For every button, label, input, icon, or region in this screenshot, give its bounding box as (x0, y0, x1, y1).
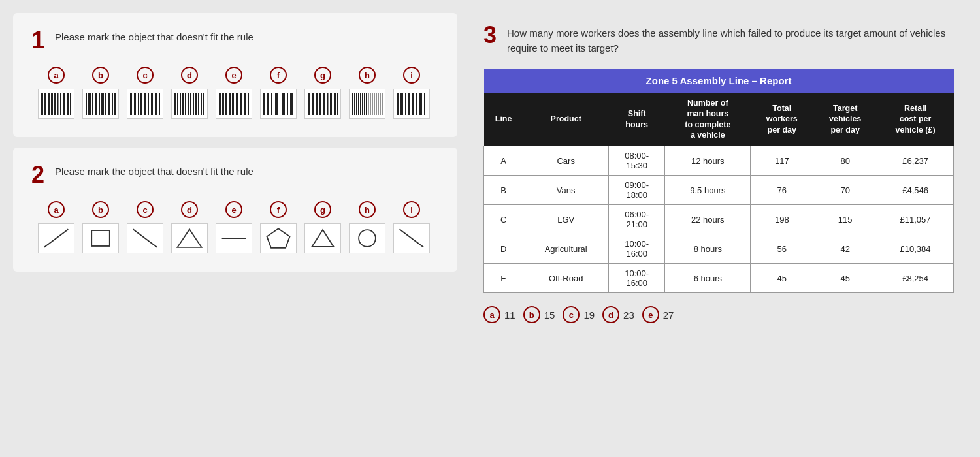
q1-label-f[interactable]: f (256, 67, 301, 84)
q1-image-g (301, 89, 345, 119)
q1-image-e (212, 89, 256, 119)
q3-table-container: Zone 5 Assembly Line – Report Line Produ… (483, 69, 954, 293)
row-b-retail: £4,546 (877, 176, 954, 205)
q1-number: 1 (31, 29, 47, 52)
q3-answer-c-label[interactable]: c (563, 306, 580, 323)
shape-e-horizontal-line-icon (219, 226, 249, 251)
row-d-line: D (484, 234, 523, 264)
row-d-product: Agricultural (523, 234, 609, 264)
svg-rect-18 (112, 93, 113, 115)
q2-label-g[interactable]: g (301, 201, 345, 218)
q2-label-d[interactable]: d (167, 201, 212, 218)
svg-rect-73 (364, 93, 365, 115)
barcode-a-icon (40, 91, 73, 117)
q1-label-h[interactable]: h (345, 67, 389, 84)
q3-answer-e[interactable]: e 27 (642, 306, 674, 323)
svg-rect-86 (408, 93, 410, 115)
svg-rect-56 (287, 93, 288, 115)
q1-label-i[interactable]: i (389, 67, 434, 84)
row-a-target: 80 (813, 146, 877, 176)
q1-label-e[interactable]: e (212, 67, 256, 84)
row-d-shift: 10:00-16:00 (609, 234, 665, 264)
svg-marker-97 (312, 230, 333, 247)
svg-rect-7 (63, 93, 65, 115)
q3-answer-b[interactable]: b 15 (523, 306, 555, 323)
q2-label-b[interactable]: b (78, 201, 123, 218)
svg-line-91 (44, 229, 69, 247)
q3-answer-d[interactable]: d 23 (602, 306, 634, 323)
row-c-target: 115 (813, 205, 877, 234)
q3-answer-b-label[interactable]: b (523, 306, 540, 323)
svg-rect-23 (140, 93, 142, 115)
q3-answer-a[interactable]: a 11 (483, 306, 515, 323)
q1-label-a[interactable]: a (34, 67, 78, 84)
q1-label-c[interactable]: c (123, 67, 167, 84)
svg-rect-12 (92, 93, 93, 115)
svg-rect-59 (312, 93, 314, 115)
svg-rect-61 (319, 93, 321, 115)
q3-answer-e-label[interactable]: e (642, 306, 659, 323)
q3-answer-a-label[interactable]: a (483, 306, 500, 323)
svg-rect-40 (203, 93, 204, 115)
svg-rect-3 (51, 93, 53, 115)
svg-rect-0 (41, 93, 43, 115)
svg-marker-94 (178, 229, 202, 247)
table-row-d: D Agricultural 10:00-16:00 8 hours 56 42… (484, 234, 954, 264)
row-e-retail: £8,254 (877, 264, 954, 293)
svg-rect-42 (222, 93, 224, 115)
q2-label-i[interactable]: i (389, 201, 434, 218)
row-e-product: Off-Road (523, 264, 609, 293)
svg-rect-65 (334, 93, 336, 115)
row-a-workers: 117 (751, 146, 813, 176)
svg-rect-27 (155, 93, 157, 115)
svg-rect-1 (44, 93, 46, 115)
svg-rect-35 (190, 93, 191, 115)
row-b-shift: 09:00-18:00 (609, 176, 665, 205)
q1-label-d[interactable]: d (167, 67, 212, 84)
q2-label-h[interactable]: h (345, 201, 389, 218)
q3-answer-d-label[interactable]: d (602, 306, 619, 323)
col-target: Targetvehiclesper day (813, 93, 877, 146)
question-1-box: 1 Please mark the object that doesn't fi… (13, 13, 457, 137)
svg-rect-87 (412, 93, 414, 115)
svg-rect-66 (337, 93, 338, 115)
q2-text: Please mark the object that doesn't fit … (55, 163, 253, 180)
q1-header: 1 Please mark the object that doesn't fi… (31, 29, 439, 52)
svg-marker-96 (267, 228, 290, 247)
right-column: 3 How many more workers does the assembl… (470, 13, 967, 444)
svg-rect-46 (236, 93, 238, 115)
svg-rect-69 (356, 93, 357, 115)
q1-label-g[interactable]: g (301, 67, 345, 84)
q1-label-b[interactable]: b (78, 67, 123, 84)
svg-rect-89 (419, 93, 422, 115)
svg-rect-81 (380, 93, 381, 115)
q3-answer-c[interactable]: c 19 (563, 306, 595, 323)
svg-rect-90 (424, 93, 425, 115)
svg-rect-64 (330, 93, 332, 115)
q2-label-a[interactable]: a (34, 201, 78, 218)
svg-rect-45 (232, 93, 234, 115)
shape-i-diagonal-icon (397, 226, 427, 251)
col-retail: Retailcost pervehicle (£) (877, 93, 954, 146)
q2-image-c (123, 223, 167, 253)
q1-image-d (167, 89, 212, 119)
svg-rect-55 (282, 93, 285, 115)
q2-image-b (78, 223, 123, 253)
svg-rect-20 (130, 93, 132, 115)
q2-label-e[interactable]: e (212, 201, 256, 218)
barcode-d-icon (173, 91, 206, 117)
svg-rect-14 (99, 93, 100, 115)
svg-rect-63 (327, 93, 329, 115)
row-a-shift: 08:00-15:30 (609, 146, 665, 176)
row-c-retail: £11,057 (877, 205, 954, 234)
row-c-product: LGV (523, 205, 609, 234)
svg-rect-60 (316, 93, 318, 115)
q2-label-f[interactable]: f (256, 201, 301, 218)
row-e-line: E (484, 264, 523, 293)
q2-number: 2 (31, 163, 47, 187)
q2-label-c[interactable]: c (123, 201, 167, 218)
barcode-c-icon (129, 91, 161, 117)
q2-image-a (34, 223, 78, 253)
row-b-target: 70 (813, 176, 877, 205)
q3-header: 3 How many more workers does the assembl… (483, 24, 954, 55)
